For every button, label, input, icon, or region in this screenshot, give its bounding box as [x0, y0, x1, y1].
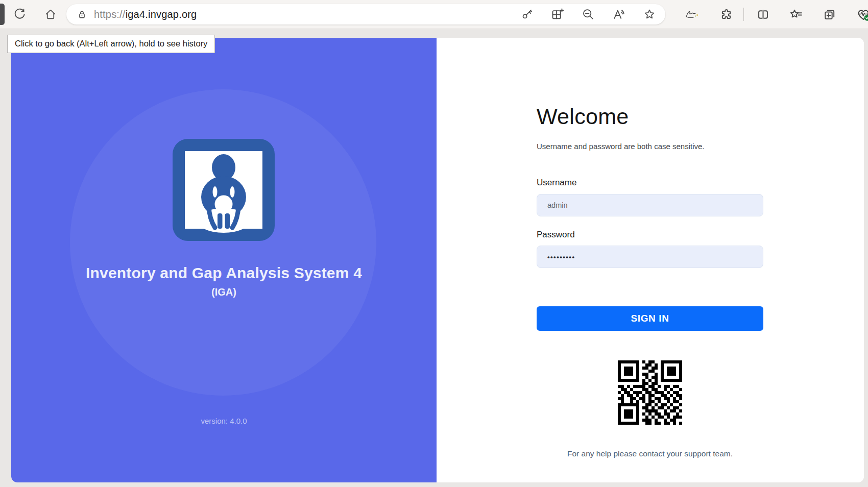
url-text[interactable]: https://iga4.invgap.org: [94, 9, 197, 20]
key-icon: [520, 8, 534, 21]
grid-add-icon: [550, 8, 564, 21]
star-icon: [643, 8, 656, 21]
case-sensitive-note: Username and password are both case sens…: [537, 142, 705, 151]
puzzle-icon: [719, 8, 733, 21]
read-aloud-button[interactable]: [612, 8, 625, 21]
site-security-lock-icon[interactable]: [76, 9, 88, 20]
qr-code: [617, 359, 683, 426]
split-screen-icon: [756, 8, 770, 21]
reload-icon: [13, 8, 27, 21]
login-page: Inventory and Gap Analysis System 4 (IGA…: [11, 38, 864, 482]
add-favorite-button[interactable]: [642, 8, 656, 21]
zoom-out-icon: [582, 8, 595, 21]
collections-button[interactable]: [820, 5, 839, 24]
password-label: Password: [537, 230, 575, 240]
window-edge-fragment: [0, 4, 5, 25]
favorites-star-list-icon: [789, 7, 803, 21]
password-manager-button[interactable]: [520, 8, 534, 21]
url-host: iga4.invgap.org: [126, 9, 197, 20]
app-abbreviation: (IGA): [11, 286, 437, 298]
username-label: Username: [537, 178, 576, 188]
reload-button[interactable]: [10, 5, 29, 24]
home-button[interactable]: [41, 5, 60, 24]
favorites-button[interactable]: [786, 5, 806, 24]
address-bar[interactable]: https://iga4.invgap.org: [66, 4, 665, 25]
app-logo: [173, 139, 275, 241]
login-panel: Welcome Username and password are both c…: [437, 38, 864, 482]
collections-icon: [823, 7, 837, 21]
zoom-out-button[interactable]: [581, 8, 595, 21]
url-scheme: https://: [94, 9, 126, 20]
app-title: Inventory and Gap Analysis System 4: [11, 264, 437, 282]
toolbar-divider: [743, 8, 744, 21]
brand-panel: Inventory and Gap Analysis System 4 (IGA…: [11, 38, 437, 482]
signature-extension-icon: [684, 8, 702, 20]
password-input[interactable]: [537, 246, 763, 268]
background-circle: [70, 89, 376, 396]
read-aloud-icon: [612, 8, 625, 21]
extension-shortcut-button[interactable]: [683, 5, 703, 24]
web-capture-button[interactable]: [550, 8, 564, 21]
browser-toolbar: https://iga4.invgap.org: [0, 0, 868, 29]
browser-essentials-button[interactable]: [854, 5, 868, 24]
help-text: For any help please contact your support…: [537, 449, 763, 458]
back-button-tooltip: Click to go back (Alt+Left arrow), hold …: [7, 35, 215, 53]
welcome-heading: Welcome: [537, 104, 629, 129]
home-icon: [44, 8, 57, 21]
extensions-button[interactable]: [716, 5, 736, 24]
sign-in-button[interactable]: SIGN IN: [537, 306, 763, 331]
username-input[interactable]: [537, 194, 763, 216]
split-screen-button[interactable]: [753, 5, 773, 24]
version-label: version: 4.0.0: [11, 417, 437, 425]
browser-essentials-heart-icon: [856, 7, 868, 22]
adult-child-logo-icon: [173, 139, 275, 241]
